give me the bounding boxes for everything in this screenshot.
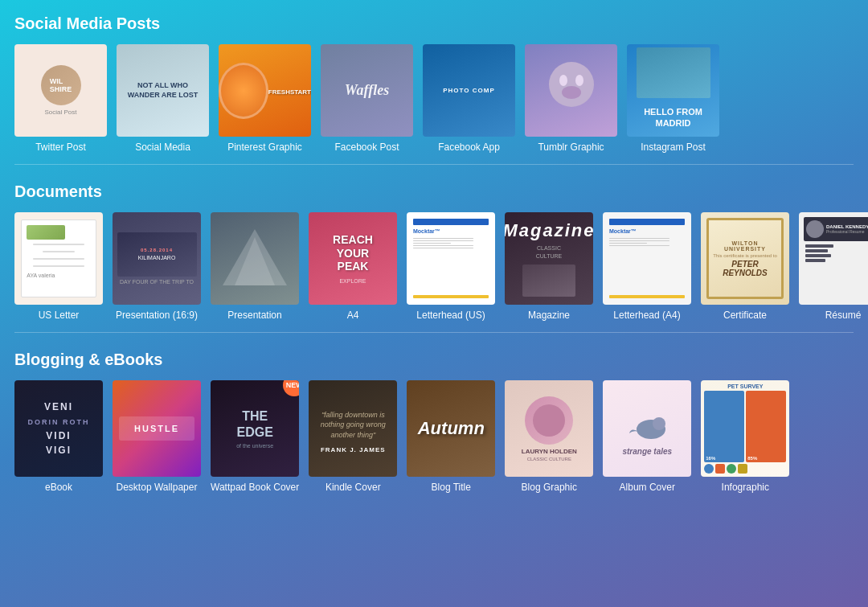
desktop-label: Desktop Wallpaper [117, 482, 198, 493]
item-a4[interactable]: REACHYOURPEAK EXPLORE A4 [309, 212, 397, 321]
item-us-letter[interactable]: AYA valeria US Letter [14, 212, 103, 321]
thumb-desktop: HUSTLE [113, 380, 201, 477]
kindle-author: FRANK J. JAMES [321, 446, 386, 453]
magazine-subtitle: CLASSICCULTURE [536, 244, 563, 259]
ltrhead-us-label: Letterhead (US) [416, 310, 485, 321]
divider-2 [14, 332, 854, 333]
item-album-cover[interactable]: strange tales Album Cover [603, 380, 691, 493]
thumb-facebook-post: Waffles [321, 44, 413, 137]
pres16-subtitle: DAY FOUR OF THE TRIP TO [120, 279, 194, 285]
cert-uni-text: WILTON UNIVERSITY [712, 240, 779, 252]
ltrhead-a4-header-bar [609, 219, 685, 225]
item-presentation[interactable]: Presentation [211, 212, 299, 321]
tumblr-face-svg [547, 60, 596, 121]
usletter-preview: AYA valeria [21, 219, 96, 298]
thumb-ltrhead-us: Mocktar™ [407, 212, 495, 305]
item-magazine[interactable]: Magazine CLASSICCULTURE Magazine [505, 212, 593, 321]
blogging-title: Blogging & eBooks [14, 351, 854, 369]
item-blog-title[interactable]: Autumn Blog Title [407, 380, 495, 493]
documents-title: Documents [14, 183, 854, 201]
thumb-pres [211, 212, 299, 305]
item-facebook-post[interactable]: Waffles Facebook Post [321, 44, 413, 153]
item-desktop-wallpaper[interactable]: HUSTLE Desktop Wallpaper [113, 380, 201, 493]
infographic-charts: 16% 85% [704, 391, 786, 462]
item-kindle-cover[interactable]: "falling downtown isnothing going wronga… [309, 380, 397, 493]
social-media-label: Social Media [135, 141, 190, 153]
item-facebook-app[interactable]: PHOTO COMP Facebook App [423, 44, 515, 153]
resume-avatar [806, 220, 824, 238]
item-twitter-post[interactable]: WILSHIRE Social Post Twitter Post [14, 44, 107, 153]
inf-icon-2 [715, 464, 725, 474]
thumb-infographic: PET SURVEY 16% 85% [701, 380, 789, 477]
pres16-title-text: KILIMANJARO [138, 254, 176, 261]
thumb-ltrhead-a4: Mocktar™ [603, 212, 691, 305]
item-letterhead-a4[interactable]: Mocktar™ Letterhead (A4) [603, 212, 691, 321]
ltrhead-us-header-bar [413, 219, 489, 225]
blog-graphic-name: LAURYN HOLDEN [522, 448, 577, 455]
item-ebook[interactable]: VENIDORIN ROTHVIDIVIGI eBook [14, 380, 103, 493]
fb-app-inner-text: PHOTO COMP [438, 81, 500, 100]
item-presentation-16-9[interactable]: 05.28.2014 KILIMANJARO DAY FOUR OF THE T… [113, 212, 201, 321]
item-social-media[interactable]: NOT ALL WHO WANDER ARE LOST Social Media [117, 44, 209, 153]
ltrhead-a4-label: Letterhead (A4) [613, 310, 680, 321]
thumb-a4: REACHYOURPEAK EXPLORE [309, 212, 397, 305]
thumb-facebook-app: PHOTO COMP [423, 44, 515, 137]
svg-point-0 [549, 62, 594, 107]
thumb-blog-title: Autumn [407, 380, 495, 477]
wattpad-inner-text: THEEDGE [236, 408, 272, 439]
magazine-title: Magazine [505, 220, 593, 241]
twitter-post-label: Twitter Post [35, 141, 86, 153]
a4-label: A4 [347, 310, 359, 321]
item-infographic[interactable]: PET SURVEY 16% 85% [701, 380, 789, 493]
infographic-label: Infographic [722, 482, 769, 493]
pres16-badge-text: 05.28.2014 [141, 248, 173, 252]
item-certificate[interactable]: WILTON UNIVERSITY This certificate is pr… [701, 212, 789, 321]
tumblr-label: Tumblr Graphic [538, 141, 604, 153]
social-media-section: Social Media Posts WILSHIRE Social Post … [0, 0, 868, 161]
pinterest-circle [219, 63, 268, 119]
thumb-kindle: "falling downtown isnothing going wronga… [309, 380, 397, 477]
item-pinterest-graphic[interactable]: FRESHSTART Pinterest Graphic [219, 44, 311, 153]
infographic-title: PET SURVEY [704, 383, 786, 389]
item-instagram-post[interactable]: HELLO FROMMADRID Instagram Post [627, 44, 719, 153]
blogging-section: Blogging & eBooks VENIDORIN ROTHVIDIVIGI… [0, 336, 868, 501]
item-tumblr-graphic[interactable]: Tumblr Graphic [525, 44, 617, 153]
instagram-city-text: HELLO FROMMADRID [639, 101, 707, 134]
album-title: strange tales [622, 447, 672, 456]
pres-bg [211, 212, 299, 305]
ltrhead-a4-footer-bar [609, 295, 685, 298]
pres-mountain [219, 225, 291, 293]
chart-bar-2: 85% [746, 391, 786, 462]
chart-pct-2: 85% [747, 456, 757, 461]
instagram-label: Instagram Post [641, 141, 706, 153]
thumb-twitter-post: WILSHIRE Social Post [14, 44, 107, 137]
resume-title-text: Professional Resume [826, 229, 868, 234]
svg-point-3 [562, 86, 581, 99]
usletter-header [27, 225, 65, 240]
resume-body [804, 244, 833, 262]
blog-graphic-portrait [525, 396, 573, 445]
fb-post-waffles-text: Waffles [345, 82, 389, 99]
thumb-pinterest-graphic: FRESHSTART [219, 44, 311, 137]
album-inner: strange tales [603, 380, 691, 477]
infographic-icons [704, 464, 786, 474]
item-letterhead-us[interactable]: Mocktar™ Letterhead (US) [407, 212, 495, 321]
pres16-slide: 05.28.2014 KILIMANJARO [117, 232, 197, 277]
twitter-subtext: Social Post [44, 109, 76, 116]
item-wattpad-book-cover[interactable]: NEW THEEDGE of the universe Wattpad Book… [211, 380, 299, 493]
cert-name-text: PETER REYNOLDS [712, 260, 779, 277]
desktop-badge: HUSTLE [119, 416, 194, 441]
pres-label: Presentation [227, 310, 281, 321]
ltrhead-us-brand: Mocktar™ [413, 228, 440, 234]
portrait-face [533, 404, 565, 437]
a4-title: REACHYOURPEAK [333, 233, 373, 273]
thumb-tumblr-graphic [525, 44, 617, 137]
cert-present-text: This certificate is presented to [713, 253, 777, 258]
item-resume[interactable]: DANIEL KENNEDY Professional Resume [799, 212, 868, 321]
facebook-app-label: Facebook App [438, 141, 500, 153]
item-blog-graphic[interactable]: LAURYN HOLDEN CLASSIC CULTURE Blog Graph… [505, 380, 593, 493]
tumblr-face-container [543, 59, 600, 123]
documents-items-row: AYA valeria US Letter 05.28.2014 KILIMAN… [14, 212, 854, 321]
facebook-post-label: Facebook Post [334, 141, 399, 153]
album-bird-svg [623, 401, 671, 445]
